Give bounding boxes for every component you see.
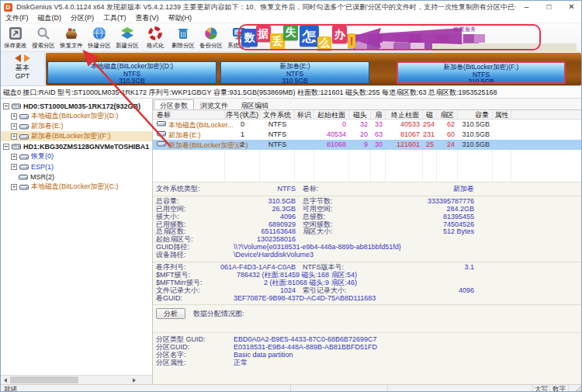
- column-header[interactable]: 扇区: [437, 110, 458, 119]
- tree-item-1[interactable]: +本地磁盘(BitLocker加密)(D:): [1, 111, 152, 121]
- table-row-2[interactable]: 新加卷(BitLocker加密)(F:)2NTFS810689301216012…: [153, 140, 582, 150]
- tab-2[interactable]: 扇区编辑: [234, 99, 275, 109]
- tree-hscrollbar[interactable]: [1, 375, 153, 384]
- tree-item-2[interactable]: +新加卷(E:): [1, 121, 152, 131]
- tree-expander-icon[interactable]: −: [3, 103, 9, 109]
- right-panel: 分区参数浏览文件扇区编辑 卷标序号(状态)文件系统标识起始柱面磁头扇区终止柱面磁…: [153, 99, 582, 384]
- volume-cell: 新加卷(BitLocker加密)(F:): [153, 140, 225, 151]
- details-section-1: 总容量:310.5GB总字节数:333395787776已用空间:26.3GB可…: [153, 196, 582, 262]
- table-cell: 310.5GB: [458, 120, 493, 130]
- maximize-button[interactable]: □: [538, 1, 560, 13]
- app-icon: D: [4, 3, 12, 12]
- tree-item-5[interactable]: +恢复(0): [1, 151, 152, 161]
- grid-line: [225, 150, 260, 182]
- new-partition-button[interactable]: 新建分区: [113, 23, 141, 52]
- menu-item-4[interactable]: 查看(V): [131, 13, 164, 23]
- tree-item-label: HD0:ST1000LM035-1RK172(932GB): [23, 102, 140, 110]
- table-cell: 40533: [386, 120, 423, 130]
- column-header[interactable]: 标识: [295, 110, 314, 119]
- tree-expander-icon[interactable]: +: [11, 123, 17, 130]
- table-row-1[interactable]: 新加卷(E:)1NTFS4053420638106723160310.5GB: [153, 130, 582, 140]
- detail-value: \Device\HarddiskVolume3: [234, 252, 314, 259]
- scroll-thumb[interactable]: [10, 376, 78, 383]
- table-cell: 24: [437, 140, 458, 151]
- partition-icon: [157, 130, 166, 140]
- tab-1[interactable]: 浏览文件: [194, 99, 234, 109]
- detail-row: 簇大小:4096总簇数:81395455: [153, 213, 582, 221]
- menu-item-2[interactable]: 分区(P): [66, 13, 99, 23]
- tree-item-4[interactable]: −HD1:KBG30ZMS128GNVMeTOSHIBA1: [1, 141, 152, 151]
- tree-item-0[interactable]: −HD0:ST1000LM035-1RK172(932GB): [1, 101, 152, 111]
- column-header[interactable]: 起始柱面: [314, 110, 349, 119]
- tree-expander-icon[interactable]: +: [11, 184, 17, 190]
- quick-partition-button[interactable]: 快建分区: [85, 23, 113, 52]
- promo-tile: 据: [256, 26, 271, 42]
- minimize-button[interactable]: –: [515, 1, 538, 13]
- scroll-left-button[interactable]: [1, 376, 10, 384]
- tree-expander-icon[interactable]: +: [11, 113, 17, 120]
- detail-value: 284.2GB: [379, 206, 582, 213]
- tree-expander-icon[interactable]: +: [11, 164, 17, 170]
- save-icon: [8, 25, 23, 41]
- promo-banner: 恢复服务 数据丢失怎么办!: [232, 23, 582, 52]
- details-section-2: 卷序列号:061A-F4D3-1AF4-C0ABNTFS版本号:3.1$MFT簇…: [153, 262, 582, 305]
- menu-item-5[interactable]: 帮助(H): [164, 13, 197, 23]
- detail-row: $MFTMirr簇号:2 (柱面:81068 磁头:9 扇区:46): [153, 279, 582, 287]
- delete-partition-button[interactable]: 删除分区: [169, 23, 197, 52]
- partition-size: 310.5GB: [48, 78, 216, 84]
- recover-files-button[interactable]: 恢复文件: [57, 23, 85, 52]
- scroll-right-button[interactable]: [130, 376, 139, 384]
- status-segment: [388, 385, 533, 392]
- menu-item-1[interactable]: 磁盘(D): [33, 13, 67, 23]
- tree-expander-icon[interactable]: +: [11, 134, 17, 140]
- column-header[interactable]: 序号(状态): [225, 110, 260, 119]
- tab-0[interactable]: 分区参数: [154, 99, 194, 109]
- detail-value: 3EF7087E-9B98-437D-AC4D-75AB8D111683: [234, 295, 376, 303]
- analyze-button[interactable]: 分析: [156, 308, 185, 319]
- column-header[interactable]: 终止柱面: [386, 110, 423, 119]
- delete-partition-icon: [175, 25, 191, 41]
- tree-item-8[interactable]: +本地磁盘(BitLocker加密)(C:): [1, 182, 152, 192]
- format-button[interactable]: 格式化: [141, 23, 169, 52]
- column-header[interactable]: 磁头: [423, 110, 437, 119]
- detail-value: 81395455: [379, 213, 582, 221]
- column-header[interactable]: 磁头: [349, 110, 371, 119]
- table-cell: 0: [314, 120, 349, 130]
- column-header[interactable]: 容量: [458, 110, 493, 119]
- tree-expander-icon[interactable]: +: [11, 154, 17, 160]
- column-header[interactable]: 属性: [493, 110, 511, 119]
- disk-icon: [12, 143, 21, 151]
- column-header[interactable]: 文件系统: [260, 110, 295, 119]
- table-cell: 33: [371, 120, 386, 130]
- column-header[interactable]: 卷标: [153, 110, 225, 119]
- menu-item-0[interactable]: 文件(F): [1, 13, 33, 23]
- volume-label: 新加卷(E:): [168, 130, 201, 140]
- partition-block-0[interactable]: 本地磁盘(BitLocker加密)(D:)NTFS310.5GB: [47, 61, 217, 84]
- tree-item-3[interactable]: +新加卷(BitLocker加密)(F:): [1, 131, 152, 141]
- partition-block-2[interactable]: 新加卷(BitLocker加密)(F:)NTFS310.5GB: [397, 61, 566, 84]
- tree-expander-icon[interactable]: −: [3, 144, 9, 150]
- toolbar-buttons: 保存更改搜索分区恢复文件快建分区新建分区格式化删除分区备份分区系统迁移: [2, 23, 253, 52]
- toolbar-button-label: 保存更改: [4, 41, 26, 49]
- grid-line: [295, 150, 314, 182]
- nav-arrows-icon[interactable]: [15, 54, 30, 62]
- toolbar-button-label: 搜索分区: [32, 41, 54, 49]
- close-button[interactable]: ✕: [560, 1, 582, 13]
- table-row-0[interactable]: 本地磁盘(BitLocker...0NTFS032334053325462310…: [153, 120, 582, 130]
- column-header[interactable]: 扇区: [371, 110, 386, 119]
- diskgenius-window: D DiskGenius V5.4.0.1124 x64 发现新版本 V5.4.…: [0, 0, 582, 392]
- partition-icon: [157, 140, 166, 151]
- menu-item-3[interactable]: 工具(T): [99, 13, 131, 23]
- backup-partition-button[interactable]: 备份分区: [197, 23, 225, 52]
- save-button[interactable]: 保存更改: [2, 23, 29, 52]
- table-empty-area: [153, 150, 582, 182]
- tree-item-7[interactable]: MSR(2): [1, 172, 152, 182]
- partition-table-label: GPT: [1, 72, 44, 81]
- tab-bar: 分区参数浏览文件扇区编辑: [153, 99, 582, 110]
- resize-grip[interactable]: [569, 385, 582, 392]
- tree-item-6[interactable]: +ESP(1): [1, 161, 152, 172]
- partition-block-1[interactable]: 新加卷(E:)NTFS310.5GB: [220, 61, 369, 84]
- status-ready: 就绪: [1, 385, 291, 392]
- detail-row: 分区GUID:E0318531-E9B4-448A-889B-AB81BBFD5…: [153, 344, 582, 352]
- search-button[interactable]: 搜索分区: [29, 23, 57, 52]
